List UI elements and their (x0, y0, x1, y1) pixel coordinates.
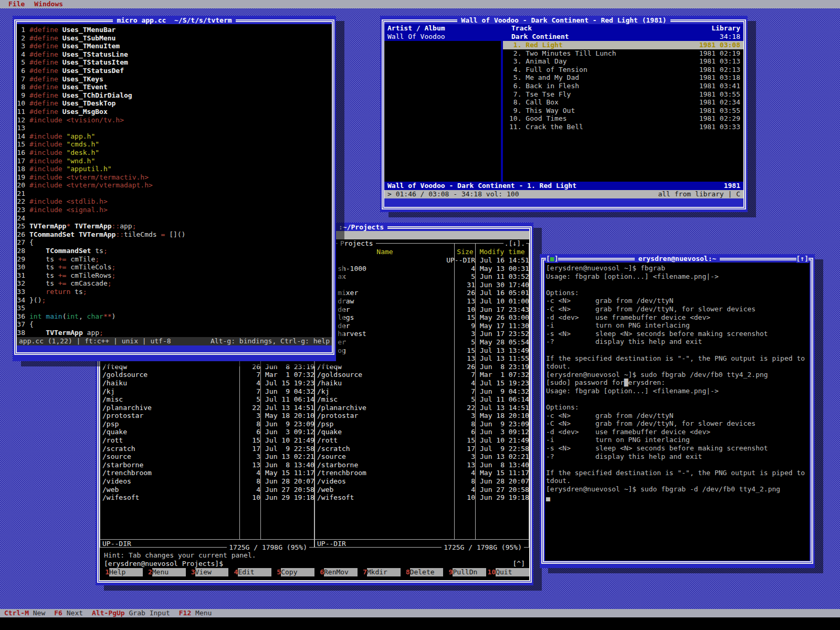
file-row[interactable]: og15Jul 13 13:49 (315, 346, 529, 355)
shell-prompt[interactable]: [erysdren@nuevosol Projects]$ (104, 560, 223, 568)
file-row[interactable]: /videos8Jun 28 20:07 (315, 477, 529, 486)
file-row[interactable]: /starborne13Jun 8 13:40 (100, 461, 314, 469)
file-row[interactable]: /quake6Jun 3 09:12 (100, 428, 314, 436)
track-row[interactable]: 8. Call Box1981 02:34 (503, 98, 743, 107)
file-row[interactable]: legs15May 26 03:00 (315, 313, 529, 322)
terminal-output[interactable]: [erysdren@nuevosol ~]$ fbgrabUsage: fbgr… (546, 264, 810, 501)
file-row[interactable]: /protostar3May 18 20:10 (100, 412, 314, 420)
file-row[interactable]: draw13Jul 10 01:00 (315, 297, 529, 306)
file-row[interactable]: /starborne13Jun 8 13:40 (315, 461, 529, 469)
file-row[interactable]: /rott15Jul 10 21:49 (315, 436, 529, 445)
track-row[interactable]: 1. Red Light1981 03:08 (503, 41, 743, 49)
file-row[interactable]: /planarchive22Jul 13 14:51 (315, 404, 529, 412)
file-row[interactable]: 31Jun 30 17:40 (315, 281, 529, 289)
fn-key-delete[interactable]: 8Delete (401, 568, 444, 576)
statusbar-item[interactable]: Alt-PgUp Grab Input (92, 609, 170, 617)
track-row[interactable]: 3. Animal Day1981 03:13 (503, 57, 743, 66)
music-player-window[interactable]: Wall of Voodoo - Dark Continent - Red Li… (380, 16, 748, 212)
editor-window[interactable]: micro app.cc ~/S/t/s/tvterm 1#define Use… (13, 16, 336, 361)
track-row[interactable]: 5. Me and My Dad1981 03:18 (503, 74, 743, 82)
shell-prompt-line[interactable]: [erysdren@nuevosol Projects]$ [^] (100, 560, 529, 568)
col-size[interactable]: Size (455, 248, 476, 256)
fn-key-edit[interactable]: 4Edit (228, 568, 271, 576)
fn-key-renmov[interactable]: 6RenMov (314, 568, 358, 576)
mc-right-panel[interactable]: Projects .[↓]. Name Size Modify time UP-… (314, 239, 529, 551)
file-row[interactable]: /wifesoft10Jun 29 19:18 (315, 494, 529, 502)
prompt-caret-button[interactable]: [^] (513, 560, 525, 568)
file-row[interactable]: /quake6Jun 3 09:12 (315, 428, 529, 436)
file-row[interactable]: sh-10004May 13 00:31 (315, 265, 529, 273)
menu-windows[interactable]: Windows (34, 0, 63, 8)
track-row[interactable]: 10. Good Times1981 02:29 (503, 114, 743, 123)
file-row[interactable]: /psp8Jun 9 23:09 (315, 420, 529, 428)
panel-path[interactable]: Projects (338, 239, 376, 248)
file-row[interactable]: /rott15Jul 10 21:49 (100, 436, 314, 445)
file-row[interactable]: /misc5Jul 11 06:14 (315, 395, 529, 404)
file-row[interactable]: /scratch17Jul 9 22:58 (100, 445, 314, 453)
file-row[interactable]: /scratch17Jul 9 22:58 (315, 445, 529, 453)
fn-key-copy[interactable]: 5Copy (271, 568, 314, 576)
window-title[interactable]: micro app.cc ~/S/t/s/tvterm (20, 16, 329, 25)
maximize-icon[interactable]: [↑] (796, 255, 808, 263)
selected-album-row[interactable]: Wall Of Voodoo Dark Continent 34:18 (384, 33, 743, 41)
statusbar-item[interactable]: F12 Menu (179, 609, 212, 617)
file-row[interactable]: /wifesoft10Jun 29 19:18 (100, 494, 314, 502)
col-mtime[interactable]: Modify time (476, 248, 529, 256)
file-row[interactable]: er5May 28 05:54 (315, 338, 529, 346)
file-row[interactable]: /fteqw26Jun 8 23:19 (315, 363, 529, 371)
statusbar-item[interactable]: F6 Next (54, 609, 83, 617)
file-row[interactable]: /psp8Jun 9 23:09 (100, 420, 314, 428)
selected-album[interactable]: Dark Continent (505, 33, 569, 41)
file-row[interactable]: ax5Jun 11 03:52 (315, 272, 529, 281)
file-row[interactable]: /protostar3May 18 20:10 (315, 412, 529, 420)
file-row[interactable]: /haiku4Jul 15 19:23 (100, 379, 314, 387)
file-row[interactable]: /web4Jun 27 20:58 (100, 486, 314, 494)
fn-key-menu[interactable]: 2Menu (143, 568, 186, 576)
file-row[interactable]: /kj7Jun 9 04:32 (315, 387, 529, 396)
file-row[interactable]: /source3Jun 13 02:21 (315, 453, 529, 461)
fn-key-view[interactable]: 3View (186, 568, 229, 576)
terminal-body[interactable]: [erysdren@nuevosol ~]$ fbgrabUsage: fbgr… (545, 262, 810, 561)
file-row[interactable]: 13Jul 13 11:55 (315, 354, 529, 363)
mc-file-list[interactable]: UP--DIRJul 16 14:51 sh-10004May 13 00:31… (315, 256, 529, 502)
fn-key-pulldn[interactable]: 9PullDn (443, 568, 486, 576)
track-row[interactable]: 11. Crack the Bell1981 03:33 (503, 123, 743, 131)
window-title[interactable]: :~/Projects (335, 223, 526, 232)
fn-key-mkdir[interactable]: 7Mkdir (358, 568, 401, 576)
fn-key-quit[interactable]: 10Quit (486, 568, 529, 576)
file-row[interactable]: /haiku4Jul 15 19:23 (315, 379, 529, 387)
track-row[interactable]: 2. Two Minutes Till Lunch1981 02:19 (503, 49, 743, 58)
window-title[interactable]: Wall of Voodoo - Dark Continent - Red Li… (387, 16, 740, 25)
file-row[interactable]: /source3Jun 13 02:21 (100, 453, 314, 461)
menu-file[interactable]: File (8, 0, 25, 8)
file-row[interactable]: /goldsource7Mar 1 07:32 (100, 371, 314, 379)
terminal-window[interactable]: [■] erysdren@nuevosol:~ [↑] [erysdren@nu… (540, 254, 815, 568)
window-title[interactable]: erysdren@nuevosol:~ (547, 255, 807, 263)
track-row[interactable]: 4. Full of Tension1981 02:13 (503, 66, 743, 74)
file-row[interactable]: /kj7Jun 9 04:32 (100, 387, 314, 396)
track-row[interactable]: 7. Tse Tse Fly1981 03:55 (503, 90, 743, 99)
track-row[interactable]: 9. This Way Out1981 03:55 (503, 107, 743, 115)
file-row[interactable]: mixer26Jul 16 05:01 (315, 289, 529, 297)
file-row[interactable]: /videos8Jun 28 20:07 (100, 477, 314, 486)
file-row[interactable]: der10Jun 17 23:43 (315, 306, 529, 314)
file-row[interactable]: /misc5Jul 11 06:14 (100, 395, 314, 404)
editor-body[interactable]: 1#define Uses_TMenuBar2#define Uses_TSub… (17, 24, 332, 345)
panel-scroll-icon[interactable]: .[↓]. (503, 239, 526, 248)
file-row[interactable]: harvest3Jun 17 23:52 (315, 330, 529, 338)
statusbar-item[interactable]: Ctrl-M New (4, 609, 45, 617)
file-row[interactable]: /planarchive22Jul 13 14:51 (100, 404, 314, 412)
file-row[interactable]: /trenchbroom4May 15 11:17 (100, 469, 314, 477)
track-list[interactable]: 1. Red Light1981 03:08 2. Two Minutes Ti… (503, 41, 743, 182)
close-icon[interactable]: [■] (546, 255, 558, 263)
selected-artist[interactable]: Wall Of Voodoo (384, 33, 503, 41)
file-row[interactable]: /goldsource7Mar 1 07:32 (315, 371, 529, 379)
fn-key-help[interactable]: 1Help (100, 568, 143, 576)
file-row[interactable]: /fteqw26Jun 8 23:19 (100, 363, 314, 371)
editor-lines[interactable]: 1#define Uses_TMenuBar2#define Uses_TSub… (17, 26, 332, 337)
track-row[interactable]: 6. Back in Flesh1981 03:41 (503, 82, 743, 90)
file-row[interactable]: der9May 17 11:30 (315, 322, 529, 330)
artist-pane[interactable] (384, 41, 503, 182)
file-row[interactable]: UP--DIRJul 16 14:51 (315, 256, 529, 265)
file-row[interactable]: /web4Jun 27 20:58 (315, 486, 529, 494)
